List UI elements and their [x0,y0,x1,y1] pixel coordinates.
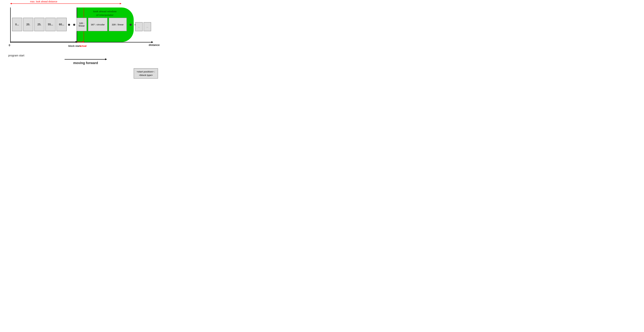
block-20: 20. [23,18,33,31]
block-167-circular: 167 : circular [88,18,108,31]
moving-forward-arrow [64,59,107,59]
blocks-left-area: 0... 20. 25. 55... 60... ● ● [12,18,76,31]
label-block-start: block start [68,45,80,47]
label-zero: 0 [9,44,10,47]
label-program-start: program start [8,54,24,57]
moving-forward-area: moving forward [64,58,107,65]
diagram-container: max. look ahead distance look ahead wind… [0,0,161,83]
label-distance: distance [149,43,160,47]
window-blocks-area: 120 :linear 167 : circular 220 : linear … [76,18,139,31]
block-60: 60... [56,18,67,31]
lookahead-window-label: look ahead window of interpolator [93,10,116,17]
block-220-linear: 220 : linear [109,18,127,31]
y-axis [10,7,11,43]
far-right-blocks: ... ... [135,22,151,31]
far-right-block-1: ... [135,22,143,31]
max-lookahead-line [10,3,121,4]
moving-forward-label: moving forward [73,61,98,65]
max-lookahead-arrow [10,2,121,5]
legend-box: <start position> : <block type> [134,68,158,79]
block-0: 0... [12,18,22,31]
legend-line2: <block type> [139,74,153,76]
far-right-block-2: ... [144,22,151,31]
legend-line1: <start position> : [137,70,155,73]
dots-middle-left: ● ● [68,22,76,27]
red-arrow-actual [77,41,84,42]
label-actual: actual [80,45,86,47]
block-120-linear: 120 :linear [76,18,87,31]
black-arrow-to-block [10,42,77,42]
block-25: 25. [34,18,44,31]
red-arrow-line [77,42,84,42]
block-55: 55... [45,18,56,31]
